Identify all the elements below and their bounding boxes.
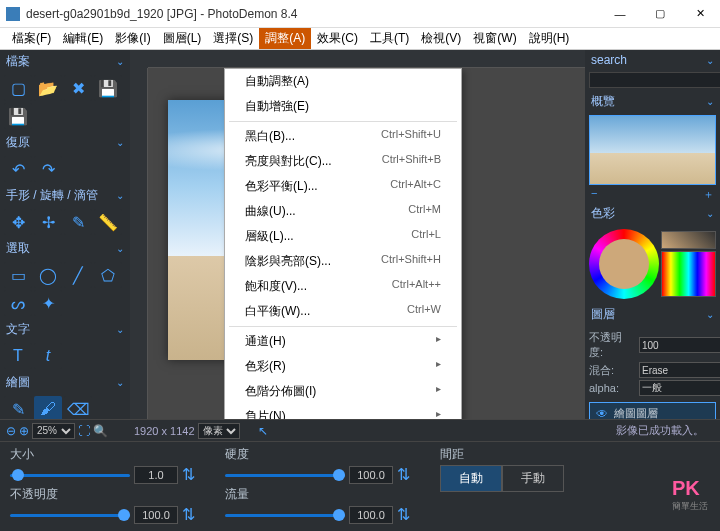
menu-file[interactable]: 檔案(F) — [6, 28, 57, 49]
stepper-icon[interactable]: ⇅ — [182, 465, 195, 484]
blend-mode-select[interactable] — [639, 362, 720, 378]
alpha-label: alpha: — [589, 382, 635, 394]
color-spectrum[interactable] — [661, 251, 716, 297]
text-panel-header[interactable]: 文字⌄ — [0, 318, 130, 341]
file-panel-header[interactable]: 檔案⌄ — [0, 50, 130, 73]
nav-panel-header[interactable]: 手形 / 旋轉 / 滴管⌄ — [0, 184, 130, 207]
measure-tool[interactable]: 📏 — [94, 209, 122, 235]
alpha-mode-select[interactable] — [639, 380, 720, 396]
poly-select-tool[interactable]: ⬠ — [94, 262, 122, 288]
size-value[interactable]: 1.0 — [134, 466, 178, 484]
menu-edit[interactable]: 編輯(E) — [57, 28, 109, 49]
ellipse-select-tool[interactable]: ◯ — [34, 262, 62, 288]
brush-tool[interactable]: 🖌 — [34, 396, 62, 419]
menu-adjust[interactable]: 調整(A) — [259, 28, 311, 49]
layer-item[interactable]: 👁 繪圖圖層 — [589, 402, 716, 419]
menu-bw[interactable]: 黑白(B)...Ctrl+Shift+U — [225, 124, 461, 149]
zoom-out-icon[interactable]: − — [591, 187, 597, 202]
undo-panel-header[interactable]: 復原⌄ — [0, 131, 130, 154]
layer-opacity-input[interactable] — [639, 337, 720, 353]
menu-view[interactable]: 檢視(V) — [415, 28, 467, 49]
saveas-button[interactable]: 💾 — [4, 103, 32, 129]
text-fancy-tool[interactable]: t — [34, 343, 62, 369]
preview-panel-header[interactable]: 概覽⌄ — [585, 90, 720, 113]
paint-tools: ✎ 🖌 ⌫ — [0, 394, 130, 419]
stepper-icon[interactable]: ⇅ — [397, 505, 410, 524]
size-label: 大小 — [10, 446, 195, 463]
spacing-label: 間距 — [440, 446, 564, 463]
spacing-auto-tab[interactable]: 自動 — [440, 465, 502, 492]
color-panel-header[interactable]: 色彩⌄ — [585, 202, 720, 225]
fg-bg-swatch[interactable] — [661, 231, 716, 249]
opacity-value[interactable]: 100.0 — [134, 506, 178, 524]
hardness-value[interactable]: 100.0 — [349, 466, 393, 484]
flow-slider[interactable] — [225, 507, 345, 523]
opacity-slider[interactable] — [10, 507, 130, 523]
title-bar: desert-g0a2901b9d_1920 [JPG] - PhotoDemo… — [0, 0, 720, 28]
menu-help[interactable]: 說明(H) — [523, 28, 576, 49]
layer-panel-header[interactable]: 圖層⌄ — [585, 303, 720, 326]
menu-shadow-highlight[interactable]: 陰影與亮部(S)...Ctrl+Shift+H — [225, 249, 461, 274]
search-input[interactable] — [589, 72, 720, 88]
canvas-area[interactable]: 自動調整(A) 自動增強(E) 黑白(B)...Ctrl+Shift+U 亮度與… — [148, 68, 585, 419]
menu-window[interactable]: 視窗(W) — [467, 28, 522, 49]
menu-tools[interactable]: 工具(T) — [364, 28, 415, 49]
menu-color-balance[interactable]: 色彩平衡(L)...Ctrl+Alt+C — [225, 174, 461, 199]
undo-button[interactable]: ↶ — [4, 156, 32, 182]
line-select-tool[interactable]: ╱ — [64, 262, 92, 288]
menu-auto-adjust[interactable]: 自動調整(A) — [225, 69, 461, 94]
file-tools: ▢ 📂 ✖ 💾 💾 — [0, 73, 130, 131]
maximize-button[interactable]: ▢ — [640, 0, 680, 28]
rect-select-tool[interactable]: ▭ — [4, 262, 32, 288]
hand-tool[interactable]: ✥ — [4, 209, 32, 235]
menu-levels[interactable]: 層級(L)...Ctrl+L — [225, 224, 461, 249]
menu-brightness-contrast[interactable]: 亮度與對比(C)...Ctrl+Shift+B — [225, 149, 461, 174]
search-panel-header[interactable]: search⌄ — [585, 50, 720, 70]
menu-curves[interactable]: 曲線(U)...Ctrl+M — [225, 199, 461, 224]
menu-auto-enhance[interactable]: 自動增強(E) — [225, 94, 461, 119]
close-file-button[interactable]: ✖ — [64, 75, 92, 101]
chevron-down-icon: ⌄ — [706, 55, 714, 66]
menu-invert[interactable]: 負片(N) — [225, 404, 461, 419]
redo-button[interactable]: ↷ — [34, 156, 62, 182]
navigator-preview[interactable] — [589, 115, 716, 185]
menu-select[interactable]: 選擇(S) — [207, 28, 259, 49]
eyedropper-tool[interactable]: ✎ — [64, 209, 92, 235]
hardness-slider[interactable] — [225, 467, 345, 483]
zoom-actual-button[interactable]: 🔍 — [93, 424, 108, 438]
menu-channel[interactable]: 通道(H) — [225, 329, 461, 354]
select-panel-header[interactable]: 選取⌄ — [0, 237, 130, 260]
close-button[interactable]: ✕ — [680, 0, 720, 28]
menu-histogram[interactable]: 色階分佈圖(I) — [225, 379, 461, 404]
menu-layer[interactable]: 圖層(L) — [157, 28, 208, 49]
paint-panel-header[interactable]: 繪圖⌄ — [0, 371, 130, 394]
visibility-eye-icon[interactable]: 👁 — [596, 407, 608, 420]
zoom-select[interactable]: 25% — [32, 423, 75, 439]
size-slider[interactable] — [10, 467, 130, 483]
open-file-button[interactable]: 📂 — [34, 75, 62, 101]
pencil-tool[interactable]: ✎ — [4, 396, 32, 419]
lasso-select-tool[interactable]: ᔕ — [4, 290, 32, 316]
menu-color[interactable]: 色彩(R) — [225, 354, 461, 379]
stepper-icon[interactable]: ⇅ — [182, 505, 195, 524]
eraser-tool[interactable]: ⌫ — [64, 396, 92, 419]
menu-image[interactable]: 影像(I) — [109, 28, 156, 49]
zoom-in-icon[interactable]: ＋ — [703, 187, 714, 202]
save-button[interactable]: 💾 — [94, 75, 122, 101]
zoom-in-button[interactable]: ⊕ — [19, 424, 29, 438]
zoom-fit-button[interactable]: ⛶ — [78, 424, 90, 438]
menu-saturation[interactable]: 飽和度(V)...Ctrl+Alt++ — [225, 274, 461, 299]
color-wheel[interactable] — [589, 229, 659, 299]
unit-select[interactable]: 像素 — [198, 423, 240, 439]
move-tool[interactable]: ✢ — [34, 209, 62, 235]
stepper-icon[interactable]: ⇅ — [397, 465, 410, 484]
minimize-button[interactable]: — — [600, 0, 640, 28]
wand-select-tool[interactable]: ✦ — [34, 290, 62, 316]
new-file-button[interactable]: ▢ — [4, 75, 32, 101]
text-tool[interactable]: T — [4, 343, 32, 369]
menu-white-balance[interactable]: 白平衡(W)...Ctrl+W — [225, 299, 461, 324]
zoom-out-button[interactable]: ⊖ — [6, 424, 16, 438]
flow-value[interactable]: 100.0 — [349, 506, 393, 524]
menu-effect[interactable]: 效果(C) — [311, 28, 364, 49]
spacing-manual-tab[interactable]: 手動 — [502, 465, 564, 492]
